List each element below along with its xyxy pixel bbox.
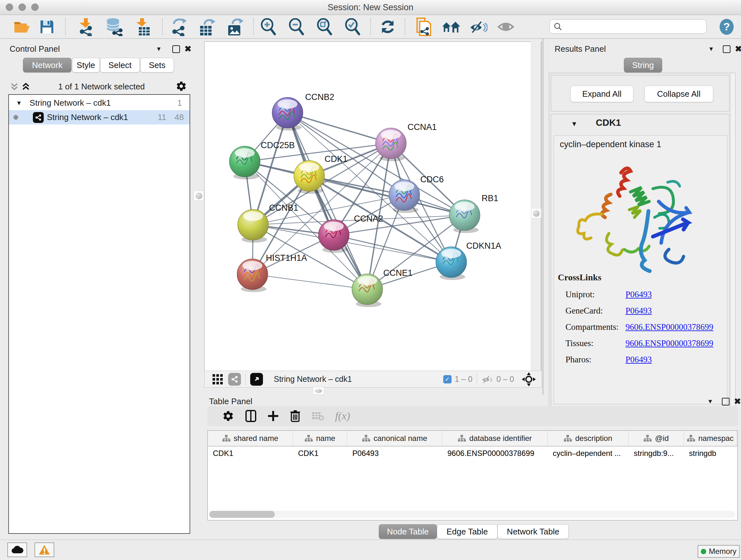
toolbar-separator [246, 373, 246, 385]
float-panel-icon[interactable] [722, 398, 730, 406]
export-network-button[interactable] [169, 17, 188, 36]
right-splitter[interactable] [531, 42, 542, 371]
tab-network[interactable]: Network [23, 58, 71, 72]
network-node-HIST1H1A[interactable]: HIST1H1A [237, 253, 307, 292]
table-cell[interactable]: stringdb:9... [629, 449, 684, 458]
panel-menu-icon[interactable]: ▾ [709, 397, 712, 406]
crosslink-row: Pharos:P06493 [565, 352, 719, 368]
tab-node-table[interactable]: Node Table [379, 524, 437, 539]
crosslink-value-link[interactable]: P06493 [625, 355, 719, 365]
table-cell[interactable]: CDK1 [208, 449, 293, 458]
cloud-button[interactable] [7, 543, 27, 557]
column-header-database-identifier[interactable]: database identifier [442, 431, 548, 446]
network-node-CDC25B[interactable]: CDC25B [229, 140, 295, 179]
network-options-gear-icon[interactable] [176, 80, 187, 92]
network-edge[interactable] [253, 274, 367, 289]
network-node-CCNB2[interactable]: CCNB2 [272, 92, 334, 131]
table-cell[interactable]: stringdb [684, 449, 737, 458]
import-network-from-database-button[interactable] [105, 17, 123, 36]
table-cell[interactable]: CDK1 [293, 449, 347, 458]
column-header-canonical-name[interactable]: canonical name [347, 431, 442, 446]
network-node-RB1[interactable]: RB1 [449, 193, 498, 233]
close-panel-icon[interactable]: ✖ [734, 396, 741, 407]
horizontal-splitter-handle[interactable] [313, 387, 324, 395]
tab-select[interactable]: Select [100, 58, 140, 72]
help-button[interactable]: ? [718, 17, 736, 36]
tab-string[interactable]: String [624, 58, 662, 72]
clone-network-button[interactable] [414, 17, 432, 36]
birdseye-view-icon[interactable] [250, 373, 263, 386]
selected-checkbox-icon[interactable]: ✓ [443, 375, 452, 383]
float-panel-icon[interactable] [723, 45, 731, 53]
zoom-fit-button[interactable] [315, 17, 334, 36]
section-collapse-icon[interactable]: ▼ [571, 120, 578, 128]
network-node-CCNE1[interactable]: CCNE1 [352, 268, 413, 307]
home-button[interactable] [442, 17, 460, 36]
right-splitter-handle[interactable] [531, 208, 541, 219]
save-session-button[interactable] [38, 17, 56, 36]
collapse-all-tree-icon[interactable] [10, 82, 19, 91]
table-cell[interactable]: cyclin–dependent ... [548, 449, 629, 458]
results-panel-title: Results Panel [555, 44, 606, 54]
table-cell[interactable]: 9606.ENSP00000378699 [442, 449, 548, 458]
zoom-in-button[interactable] [259, 17, 278, 36]
refresh-button[interactable] [379, 17, 397, 36]
panel-menu-icon[interactable]: ▾ [157, 45, 160, 53]
crosslink-value-link[interactable]: 9606.ENSP00000378699 [625, 322, 719, 332]
memory-button[interactable]: Memory [697, 545, 740, 558]
network-row-selected[interactable]: String Network – cdk1 11 48 [9, 110, 190, 125]
zoom-selected-button[interactable] [343, 17, 362, 36]
warnings-button[interactable] [35, 543, 54, 557]
column-header-name[interactable]: name [293, 431, 347, 446]
open-session-button[interactable] [13, 17, 31, 36]
crosslink-value-link[interactable]: P06493 [625, 306, 719, 316]
close-panel-icon[interactable]: ✖ [185, 44, 192, 54]
string-view-icon[interactable] [228, 373, 241, 386]
network-node-CDKN1A[interactable]: CDKN1A [436, 241, 501, 280]
export-table-button[interactable] [197, 17, 216, 36]
left-splitter-handle[interactable] [194, 191, 204, 201]
tree-expand-icon[interactable]: ▼ [16, 100, 22, 107]
network-canvas[interactable]: CCNB2CCNA1CDC25BCDK1CDC6RB1CCNB1CCNA2CDK… [204, 42, 531, 371]
table-hscrollbar[interactable] [209, 511, 735, 518]
hscrollbar-thumb[interactable] [209, 511, 275, 518]
table-row[interactable]: CDK1CDK1P064939606.ENSP00000378699cyclin… [208, 446, 738, 460]
network-collection-row[interactable]: ▼ String Network – cdk1 1 [9, 96, 190, 110]
float-panel-icon[interactable] [172, 45, 180, 53]
table-settings-gear-icon[interactable] [222, 410, 234, 422]
network-edge[interactable] [287, 113, 391, 143]
show-columns-icon[interactable] [245, 410, 257, 422]
column-header-shared-name[interactable]: shared name [208, 431, 293, 446]
import-network-button[interactable] [77, 17, 95, 36]
search-input[interactable] [562, 22, 700, 31]
panel-menu-icon[interactable]: ▾ [710, 45, 713, 53]
crosslink-value-link[interactable]: 9606.ENSP00000378699 [625, 338, 719, 348]
tab-sets[interactable]: Sets [140, 58, 174, 72]
crosslink-value-link[interactable]: P06493 [625, 290, 719, 300]
expand-all-button[interactable]: Expand All [570, 85, 633, 102]
export-image-button[interactable] [225, 17, 244, 36]
grid-view-icon[interactable] [212, 374, 223, 385]
results-scrollbar[interactable] [731, 73, 735, 408]
tab-network-table[interactable]: Network Table [497, 524, 569, 539]
hidden-eye-icon[interactable] [482, 375, 493, 384]
add-column-icon[interactable] [267, 410, 279, 422]
column-header-namespac[interactable]: namespac [684, 431, 737, 446]
tab-style[interactable]: Style [72, 58, 99, 72]
fit-selected-crosshair-icon[interactable] [522, 372, 536, 386]
import-table-button[interactable] [133, 17, 152, 36]
close-panel-icon[interactable]: ✖ [735, 44, 741, 54]
string-network-graph[interactable]: CCNB2CCNA1CDC25BCDK1CDC6RB1CCNB1CCNA2CDK… [205, 42, 531, 371]
column-header-description[interactable]: description [548, 431, 629, 446]
zoom-out-button[interactable] [287, 17, 306, 36]
delete-column-icon[interactable] [290, 410, 300, 422]
column-header-@id[interactable]: @id [629, 431, 684, 446]
table-cell[interactable]: P06493 [347, 449, 442, 458]
collapse-all-button[interactable]: Collapse All [644, 85, 713, 102]
expand-all-tree-icon[interactable] [21, 82, 30, 91]
network-node-CCNA1[interactable]: CCNA1 [376, 122, 437, 161]
export-network-icon [170, 17, 187, 36]
hide-panel-button[interactable] [469, 17, 488, 36]
show-panel-button[interactable] [496, 17, 515, 36]
tab-edge-table[interactable]: Edge Table [437, 524, 497, 539]
